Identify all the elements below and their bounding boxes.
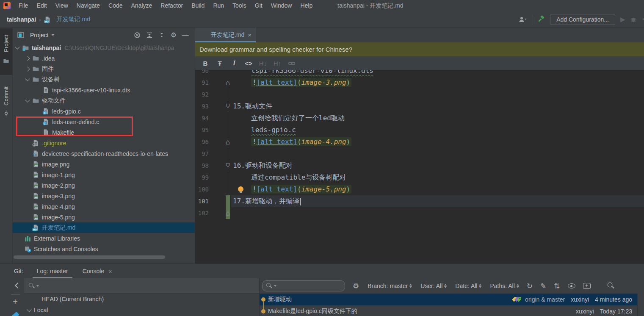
menu-navigate[interactable]: Navigate [72,0,104,11]
tree-item-leds-gpio.c[interactable]: cleds-gpio.c [13,106,195,116]
tree-item-image-4.png[interactable]: image-4.png [13,201,195,212]
tree-item-image-5.png[interactable]: image-5.png [13,212,195,222]
tree-item-.idea[interactable]: .idea [13,53,195,64]
git-tab-log-master[interactable]: Log: master [36,264,69,278]
chevron-down-icon[interactable] [15,44,19,49]
menu-refactor[interactable]: Refactor [156,0,187,11]
menu-window[interactable]: Window [267,0,296,11]
add-configuration-button[interactable]: Add Configuration... [550,14,615,25]
italic-icon[interactable]: I [230,59,238,67]
breadcrumb-file[interactable]: 开发笔记.md [57,16,90,23]
tree-item-image-1.png[interactable]: image-1.png [13,169,195,180]
fold-marker-icon[interactable]: ⌂ [224,78,231,88]
notification-banner[interactable]: Download grammar and spelling checker fo… [195,42,644,56]
search-icon[interactable] [607,282,615,290]
breadcrumb-project[interactable]: taishanpai [7,16,36,23]
menu-build[interactable]: Build [187,0,209,11]
profiler-icon[interactable]: ⟲ [642,16,644,23]
menu-run[interactable]: Run [209,0,228,11]
stripe-project-button[interactable]: Project [0,28,12,75]
project-panel-title[interactable]: Project [30,32,49,39]
tree-item-设备树[interactable]: 设备树 [13,74,195,85]
filter-paths[interactable]: Paths: All [490,283,519,289]
menu-help[interactable]: Help [296,0,317,11]
bold-icon[interactable]: B [201,60,210,67]
markdown-link[interactable]: [alt text] [257,138,297,146]
refresh-icon[interactable]: ↻ [527,282,533,291]
menu-tools[interactable]: Tools [228,0,251,11]
tree-item-image-2.png[interactable]: image-2.png [13,180,195,191]
gear-icon[interactable]: ⚙ [171,32,177,39]
build-hammer-icon[interactable] [537,16,545,23]
filter-user[interactable]: User: All [420,283,447,289]
menu-analyze[interactable]: Analyze [127,0,157,11]
markdown-link[interactable]: [alt text] [257,185,297,193]
menu-view[interactable]: View [51,0,72,11]
back-chevron-icon[interactable] [15,283,21,288]
chevron-right-icon[interactable] [25,67,30,71]
tree-item-开发笔记.md[interactable]: MD开发笔记.md [13,222,195,233]
add-icon[interactable]: + [13,297,18,307]
commit-row[interactable]: 新增驱动origin & masterxuxinyi4 minutes ago [260,294,637,305]
locate-icon[interactable] [134,32,141,39]
fold-marker-icon[interactable]: ⌂ [224,161,231,171]
menu-file[interactable]: File [14,0,33,11]
stripe-commit-button[interactable]: Commit [0,78,12,129]
hide-icon[interactable]: — [182,32,189,39]
chevron-down-icon[interactable] [27,307,31,312]
tree-item-devicetree-specification-readthedocs-io-en-lates[interactable]: ?devicetree-specification-readthedocs-io… [13,148,195,159]
chevron-down-icon[interactable] [25,76,30,81]
branch-row-head-current-branch-[interactable]: HEAD (Current Branch) [24,294,259,305]
chevron-right-icon[interactable] [25,56,30,61]
tree-item-Scratches and Consoles[interactable]: Scratches and Consoles [13,244,195,254]
tree-item-.gitignore[interactable]: .gitignore [13,138,195,148]
tab-close-icon[interactable]: × [108,268,112,275]
intention-bulb-icon[interactable] [238,186,243,192]
code-editor[interactable]: 90tspi-rk3566-user-v10-linux.dts91⌂![alt… [195,70,644,263]
menu-code[interactable]: Code [104,0,127,11]
filter-branch[interactable]: Branch: master [368,283,412,289]
filter-date[interactable]: Date: All [455,283,481,289]
expand-all-icon[interactable] [146,32,153,39]
eye-icon[interactable] [568,283,575,288]
tab-dev-notes[interactable]: 开发笔记.md × [195,28,256,42]
commit-row[interactable]: Makefile是led-gpio.c同级文件下的xuxinyiToday 17… [260,305,637,316]
menu-edit[interactable]: Edit [33,0,51,11]
tree-item-驱动文件[interactable]: 驱动文件 [13,95,195,106]
strikethrough-icon[interactable]: Ŧ [216,60,224,67]
tree-item-固件[interactable]: 固件 [13,64,195,74]
search-icon [266,283,273,289]
link-icon[interactable] [287,60,296,67]
tree-item-External Libraries[interactable]: External Libraries [13,233,195,244]
tab-close-icon[interactable]: × [248,31,252,39]
sort-icon[interactable]: ⇅ [554,282,560,291]
menu-git[interactable]: Git [251,0,267,11]
git-tab-console[interactable]: Console× [82,264,113,278]
horizontal-scrollbar[interactable] [14,255,165,259]
new-log-tab-icon[interactable]: + [583,283,591,289]
run-icon[interactable]: ▶ [620,16,625,23]
fold-marker-icon[interactable]: ⌂ [224,137,231,147]
tree-item-image.png[interactable]: image.png [13,159,195,169]
vertical-scrollbar[interactable] [637,294,644,316]
fold-marker-icon[interactable]: ⌂ [224,208,231,218]
pen-icon[interactable]: ✎ [540,282,546,291]
tree-item-tspi-rk3566-user-v10-linux.dts[interactable]: tspi-rk3566-user-v10-linux.dts [13,85,195,95]
project-view-caret-icon[interactable] [51,34,55,36]
commit-search-field[interactable] [262,280,345,291]
fold-marker-icon[interactable]: ⌂ [224,101,231,111]
chevron-down-icon[interactable] [25,97,30,102]
tree-item-image-3.png[interactable]: image-3.png [13,191,195,201]
code-span-icon[interactable]: <> [244,60,253,67]
header-up-icon[interactable]: H↑ [273,60,282,67]
markdown-link[interactable]: [alt text] [257,78,297,86]
user-icon[interactable] [518,16,527,23]
header-down-icon[interactable]: H↓ [259,60,267,67]
tree-item-taishanpai[interactable]: taishanpaiC:\Users\QINGJUE\Desktop\git\t… [13,42,195,53]
edit-pen-icon[interactable] [12,312,19,316]
branch-search-field[interactable] [24,278,259,294]
gear-icon[interactable]: ⚙ [353,282,359,291]
collapse-all-icon[interactable] [158,32,165,39]
branch-row-local[interactable]: Local [24,305,259,316]
debug-icon[interactable] [630,16,637,23]
